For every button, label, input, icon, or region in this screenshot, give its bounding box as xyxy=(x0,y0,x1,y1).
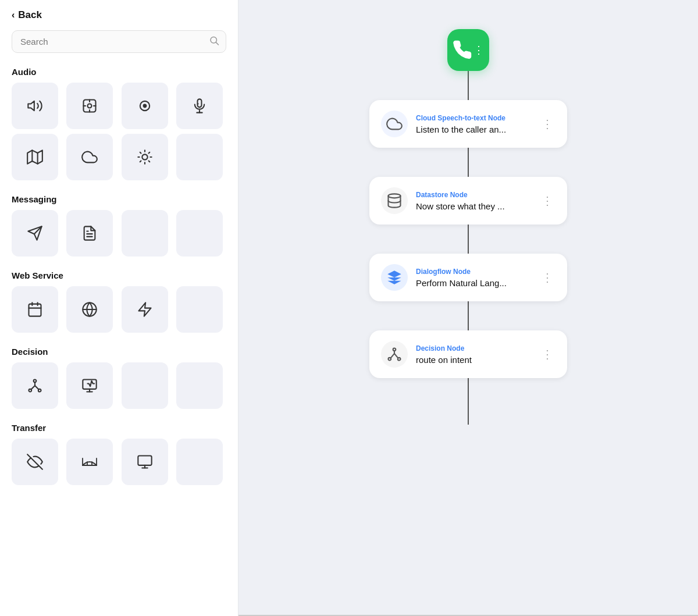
ws-globe-item[interactable] xyxy=(66,286,113,333)
svg-marker-10 xyxy=(27,150,42,163)
dialogflow-node[interactable]: Dialogflow Node Perform Natural Lang... … xyxy=(369,254,567,301)
ws-bolt-item[interactable] xyxy=(122,286,168,333)
datastore-desc: Now store what they ... xyxy=(416,201,531,211)
search-wrapper xyxy=(12,30,226,53)
start-node-dots: ⋮ xyxy=(473,44,484,56)
audio-cloud-item[interactable] xyxy=(66,134,113,180)
svg-point-4 xyxy=(88,104,92,108)
cloud-speech-type: Cloud Speech-to-text Node xyxy=(416,114,531,122)
svg-rect-37 xyxy=(138,456,151,465)
datastore-node[interactable]: Datastore Node Now store what they ... ⋮ xyxy=(369,177,567,225)
back-button[interactable]: ‹ Back xyxy=(12,9,226,21)
svg-point-13 xyxy=(142,154,147,159)
tr-empty1-item xyxy=(176,439,223,485)
tr-bridge-item[interactable] xyxy=(66,439,113,485)
connector-4 xyxy=(468,378,469,425)
decision-icon xyxy=(381,341,408,368)
dialogflow-desc: Perform Natural Lang... xyxy=(416,278,531,288)
cloud-speech-node[interactable]: Cloud Speech-to-text Node Listen to the … xyxy=(369,100,567,148)
tr-screen-item[interactable] xyxy=(122,439,168,485)
dec-monitor-item[interactable] xyxy=(66,362,113,409)
decision-text: Decision Node route on intent xyxy=(416,344,531,365)
datastore-type: Datastore Node xyxy=(416,191,531,199)
cloud-speech-menu[interactable]: ⋮ xyxy=(539,115,555,133)
audio-brightness-item[interactable] xyxy=(122,134,168,180)
datastore-icon xyxy=(381,187,408,214)
audio-map-item[interactable] xyxy=(12,134,58,180)
webservice-grid xyxy=(12,286,226,333)
msg-save-item[interactable] xyxy=(66,210,113,257)
start-node[interactable]: ⋮ xyxy=(447,29,489,71)
dialogflow-icon xyxy=(381,264,408,291)
decision-type: Decision Node xyxy=(416,344,531,352)
audio-mic-item[interactable] xyxy=(176,83,223,129)
connector-1 xyxy=(468,148,469,177)
transfer-grid xyxy=(12,439,226,485)
decision-desc: route on intent xyxy=(416,355,531,365)
svg-marker-2 xyxy=(28,101,34,111)
search-input[interactable] xyxy=(12,30,226,53)
msg-empty2-item xyxy=(176,210,223,257)
category-decision-label: Decision xyxy=(12,347,226,357)
audio-record-item[interactable] xyxy=(122,83,168,129)
category-transfer-label: Transfer xyxy=(12,423,226,433)
flow-canvas: ⋮ Cloud Speech-to-text Node Listen to th… xyxy=(238,0,698,616)
audio-volume-item[interactable] xyxy=(12,83,58,129)
messaging-grid xyxy=(12,210,226,257)
audio-grid xyxy=(12,83,226,180)
back-label: Back xyxy=(18,9,42,21)
category-webservice-label: Web Service xyxy=(12,270,226,280)
msg-send-item[interactable] xyxy=(12,210,58,257)
ws-calendar-item[interactable] xyxy=(12,286,58,333)
tr-eyeoff-item[interactable] xyxy=(12,439,58,485)
connector-0 xyxy=(468,71,469,100)
connector-2 xyxy=(468,225,469,254)
search-icon xyxy=(209,35,219,48)
decision-grid xyxy=(12,362,226,409)
cloud-speech-text: Cloud Speech-to-text Node Listen to the … xyxy=(416,114,531,134)
decision-menu[interactable]: ⋮ xyxy=(539,345,555,364)
dialogflow-type: Dialogflow Node xyxy=(416,268,531,276)
category-audio-label: Audio xyxy=(12,67,226,77)
datastore-text: Datastore Node Now store what they ... xyxy=(416,191,531,211)
dialogflow-text: Dialogflow Node Perform Natural Lang... xyxy=(416,268,531,288)
decision-node[interactable]: Decision Node route on intent ⋮ xyxy=(369,330,567,378)
msg-empty1-item xyxy=(122,210,168,257)
cloud-speech-desc: Listen to the caller an... xyxy=(416,124,531,134)
cloud-speech-icon xyxy=(381,111,408,137)
dec-empty2-item xyxy=(176,362,223,409)
datastore-menu[interactable]: ⋮ xyxy=(539,191,555,210)
svg-marker-24 xyxy=(138,302,151,316)
svg-point-40 xyxy=(389,194,401,198)
back-chevron-icon: ‹ xyxy=(12,10,15,20)
category-messaging-label: Messaging xyxy=(12,194,226,204)
ws-empty1-item xyxy=(176,286,223,333)
svg-line-1 xyxy=(216,42,218,44)
dec-empty1-item xyxy=(122,362,168,409)
sidebar: ‹ Back Audio xyxy=(0,0,238,616)
dialogflow-menu[interactable]: ⋮ xyxy=(539,268,555,287)
flow-container: ⋮ Cloud Speech-to-text Node Listen to th… xyxy=(369,29,567,425)
connector-3 xyxy=(468,301,469,330)
svg-point-6 xyxy=(143,105,146,108)
audio-empty-item xyxy=(176,134,223,180)
audio-settings-item[interactable] xyxy=(66,83,113,129)
dec-route-item[interactable] xyxy=(12,362,58,409)
svg-rect-18 xyxy=(29,304,41,316)
